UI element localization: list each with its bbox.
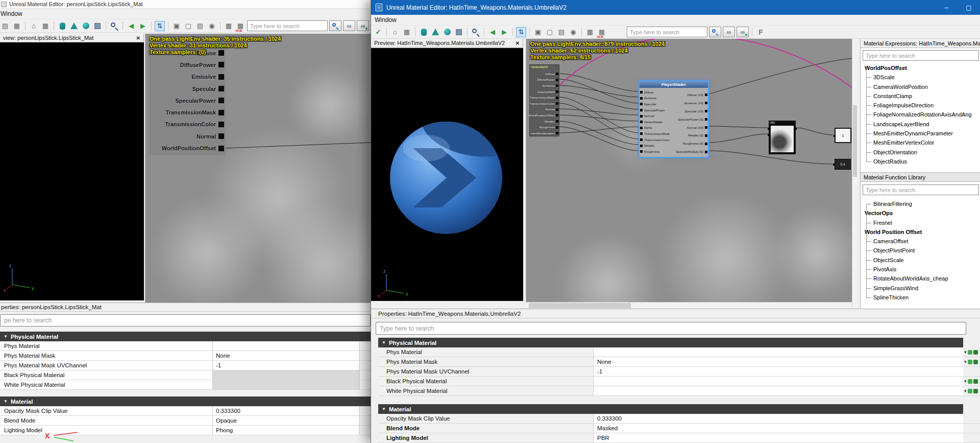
dropdown-icon[interactable]: ▾	[964, 379, 967, 384]
show-browser-icon[interactable]	[973, 360, 978, 364]
pin[interactable]	[640, 132, 643, 135]
show-browser-icon[interactable]	[973, 379, 978, 384]
minimize-button[interactable]: ─	[935, 0, 958, 15]
preview-viewport[interactable]: z y x	[0, 42, 144, 300]
pin[interactable]	[640, 97, 643, 100]
cylinder-primitive-icon[interactable]	[419, 27, 429, 37]
hlsl-code-icon[interactable]: ▦HLSL	[597, 27, 607, 37]
pin[interactable]	[556, 114, 558, 116]
list-group[interactable]: VectorOps	[861, 208, 980, 218]
pin[interactable]	[640, 138, 643, 141]
list-group[interactable]: World Position Offset	[861, 227, 980, 237]
property-row[interactable]: Phys Material MaskNone	[0, 351, 371, 361]
find-all-button[interactable]: ∞	[357, 20, 369, 31]
forward-icon[interactable]: ▶	[499, 27, 509, 37]
material-graph-canvas[interactable]: One pass LightEnv shader: 879 instructio…	[526, 39, 852, 302]
pin[interactable]	[705, 126, 707, 129]
scroll-thumb[interactable]	[529, 303, 631, 308]
pin[interactable]	[640, 109, 643, 111]
search-button[interactable]	[709, 27, 721, 37]
list-item[interactable]: FoliageNormalizedRotationAxisAndAng	[861, 110, 980, 119]
apply-check-icon[interactable]: ✓	[373, 27, 383, 37]
list-item[interactable]: LandscapeLayerBlend	[861, 120, 980, 129]
property-row[interactable]: Black Physical Material ▾	[378, 377, 980, 386]
eye-icon[interactable]: ◉	[568, 27, 578, 37]
list-item[interactable]: SplineThicken	[861, 293, 980, 302]
clean-workspace-icon[interactable]: ▢	[545, 27, 555, 37]
pin[interactable]	[705, 134, 707, 137]
pin[interactable]	[640, 121, 643, 123]
property-row[interactable]: Blend ModeOpaque	[0, 416, 371, 426]
list-item[interactable]: SimpleGrassWind	[861, 284, 980, 293]
list-item[interactable]: ObjectScale	[861, 255, 980, 265]
pin[interactable]	[640, 91, 643, 94]
pin[interactable]	[556, 108, 558, 111]
toolbar-search-input[interactable]	[627, 27, 707, 37]
magnifier-icon[interactable]	[471, 27, 481, 37]
property-row[interactable]: Phys Material MaskNone ▾	[378, 357, 980, 367]
list-item[interactable]: CameraWorldPosition	[861, 82, 980, 91]
pin[interactable]	[705, 102, 707, 104]
pin[interactable]	[218, 74, 224, 80]
use-selection-icon[interactable]	[968, 360, 972, 364]
section-header[interactable]: ▼Physical Material	[378, 338, 963, 347]
property-row[interactable]: Phys Material Mask UVChannel-1	[0, 361, 371, 370]
property-row[interactable]: Opacity Mask Clip Value0.333300	[0, 406, 371, 416]
menu-window[interactable]: Window	[0, 9, 26, 19]
back-icon[interactable]: ◀	[487, 27, 498, 37]
dropdown-icon[interactable]: ▾	[964, 349, 967, 355]
grid-icon[interactable]: ▦	[12, 21, 22, 31]
pin[interactable]	[218, 86, 224, 91]
pin[interactable]	[640, 115, 643, 118]
graph-horizontal-scrollbar[interactable]	[526, 302, 852, 308]
player-shader-node[interactable]: PlayerShader Diffuse Emissive Specular S…	[639, 80, 709, 158]
font-button[interactable]: F	[758, 28, 763, 36]
pin[interactable]	[556, 120, 558, 123]
property-row[interactable]: Phys Material Mask UVChannel-1	[378, 367, 980, 377]
search-button[interactable]	[329, 20, 341, 31]
list-item[interactable]: ObjectOrientation	[861, 148, 980, 157]
pin[interactable]	[640, 103, 643, 105]
property-row[interactable]: Opacity Mask Clip Value0.333300	[378, 414, 980, 424]
pin[interactable]	[768, 134, 770, 136]
pin[interactable]	[218, 146, 224, 151]
pin[interactable]	[218, 122, 224, 127]
clean-materials-icon[interactable]: ▤	[195, 21, 205, 31]
property-row[interactable]: Phys Material ▾	[378, 347, 980, 357]
property-row[interactable]: Phys Material	[0, 341, 371, 351]
property-row[interactable]: White Physical Material	[0, 380, 371, 390]
list-item[interactable]: ConstantClamp	[861, 91, 980, 101]
list-item[interactable]: MeshEmitterVertexColor	[861, 138, 980, 147]
pin[interactable]	[556, 126, 558, 129]
pin[interactable]	[705, 143, 707, 145]
property-row[interactable]: Blend ModeMasked	[378, 424, 980, 433]
list-item[interactable]: ObjectPivotPoint	[861, 246, 980, 255]
sphere-primitive-icon[interactable]	[81, 21, 91, 31]
cube-primitive-icon[interactable]	[454, 27, 464, 37]
back-icon[interactable]: ◀	[126, 21, 136, 31]
pin[interactable]	[795, 128, 797, 130]
close-icon[interactable]: ✕	[516, 40, 520, 46]
constant-node[interactable]: 0.4	[835, 159, 851, 170]
forward-icon[interactable]: ▶	[138, 21, 148, 31]
properties-search-input[interactable]	[0, 314, 371, 327]
find-next-button[interactable]: ∞	[343, 20, 355, 31]
section-header[interactable]: ▼Material	[378, 404, 963, 414]
pin[interactable]	[218, 98, 224, 103]
property-row[interactable]: Black Physical Material	[0, 370, 371, 380]
list-item[interactable]: Fresnel	[861, 218, 980, 227]
eye-icon[interactable]: ◉	[207, 21, 217, 31]
cone-primitive-icon[interactable]	[430, 27, 440, 37]
graph-vertical-scrollbar[interactable]	[852, 39, 857, 308]
list-item[interactable]: FoliageImpulseDirection	[861, 101, 980, 110]
cube-primitive-icon[interactable]	[92, 21, 103, 31]
close-icon[interactable]: ✕	[136, 35, 140, 41]
texture-sample-node[interactable]: LRG	[769, 121, 796, 154]
pin[interactable]	[768, 128, 770, 130]
find-next-button[interactable]: ∞	[723, 27, 735, 37]
cylinder-primitive-icon[interactable]	[57, 21, 67, 31]
scroll-thumb[interactable]	[853, 105, 857, 177]
pin[interactable]	[640, 150, 643, 153]
pin[interactable]	[705, 94, 707, 96]
realtime-preview-icon[interactable]: ⇅	[155, 21, 165, 31]
